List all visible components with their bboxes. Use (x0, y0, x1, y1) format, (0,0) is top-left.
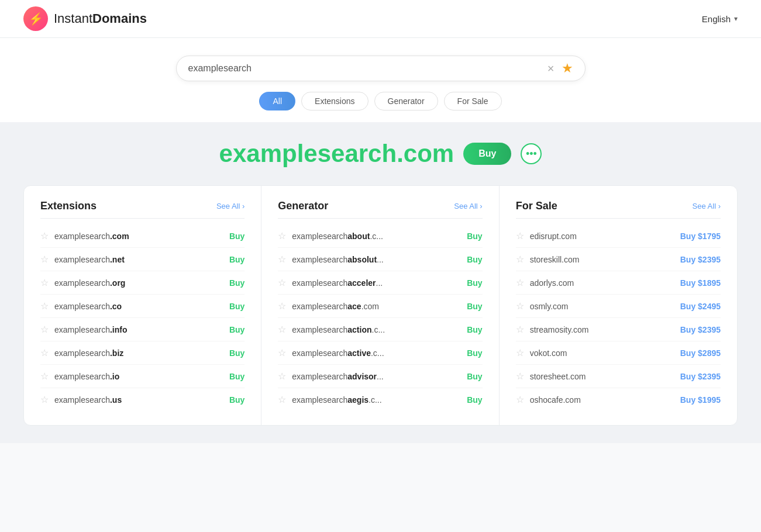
favorite-star-icon[interactable]: ☆ (278, 394, 286, 405)
favorite-star-icon[interactable]: ☆ (40, 394, 49, 405)
extensions-see-all[interactable]: See All › (216, 202, 245, 210)
list-item: ☆ examplesearch.us Buy (40, 388, 245, 411)
favorite-star-icon[interactable]: ☆ (516, 300, 524, 312)
buy-price-link[interactable]: Buy $1795 (680, 232, 721, 241)
domain-label: examplesearchacceler... (292, 278, 467, 288)
list-item: ☆ oshocafe.com Buy $1995 (516, 388, 721, 411)
buy-price-link[interactable]: Buy $2495 (680, 302, 721, 311)
star-icon[interactable]: ★ (562, 61, 573, 76)
list-item: ☆ adorlys.com Buy $1895 (516, 271, 721, 295)
favorite-star-icon[interactable]: ☆ (40, 300, 49, 312)
favorite-star-icon[interactable]: ☆ (278, 371, 286, 382)
favorite-star-icon[interactable]: ☆ (516, 394, 524, 405)
more-options-button[interactable]: ••• (521, 143, 542, 164)
buy-link[interactable]: Buy (229, 278, 245, 288)
favorite-star-icon[interactable]: ☆ (40, 324, 49, 335)
buy-price-link[interactable]: Buy $1995 (680, 395, 721, 405)
domain-label: examplesearchactive.c... (292, 348, 467, 358)
list-item: ☆ examplesearch.io Buy (40, 365, 245, 388)
list-item: ☆ examplesearchabsolut... Buy (278, 248, 482, 271)
favorite-star-icon[interactable]: ☆ (516, 324, 524, 335)
for-sale-see-all[interactable]: See All › (693, 202, 721, 210)
for-sale-title: For Sale (516, 200, 557, 212)
favorite-star-icon[interactable]: ☆ (40, 230, 49, 241)
favorite-star-icon[interactable]: ☆ (40, 347, 49, 358)
favorite-star-icon[interactable]: ☆ (278, 277, 286, 288)
domain-label: examplesearch.io (54, 372, 229, 381)
list-item: ☆ storeskill.com Buy $2395 (516, 248, 721, 271)
list-item: ☆ vokot.com Buy $2895 (516, 341, 721, 365)
columns-grid: Extensions See All › ☆ examplesearch.com… (23, 185, 738, 426)
domain-label: examplesearch.info (54, 325, 229, 334)
generator-see-all[interactable]: See All › (454, 202, 482, 210)
generator-divider (278, 218, 482, 219)
domain-label: examplesearch.org (54, 278, 229, 288)
buy-link[interactable]: Buy (467, 302, 482, 311)
filter-tab-generator[interactable]: Generator (374, 92, 438, 110)
domain-label: examplesearchabsolut... (292, 255, 467, 264)
buy-link[interactable]: Buy (467, 372, 482, 381)
filter-tab-for-sale[interactable]: For Sale (444, 92, 502, 110)
favorite-star-icon[interactable]: ☆ (40, 371, 49, 382)
language-selector[interactable]: English ▾ (702, 14, 738, 24)
filter-tab-extensions[interactable]: Extensions (301, 92, 368, 110)
domain-label: oshocafe.com (530, 395, 680, 405)
buy-link[interactable]: Buy (467, 395, 482, 405)
filter-tab-all[interactable]: All (259, 92, 295, 110)
buy-link[interactable]: Buy (229, 348, 245, 358)
buy-price-link[interactable]: Buy $2395 (680, 255, 721, 264)
generator-header: Generator See All › (278, 200, 482, 212)
favorite-star-icon[interactable]: ☆ (278, 230, 286, 241)
buy-link[interactable]: Buy (229, 232, 245, 241)
list-item: ☆ examplesearch.net Buy (40, 248, 245, 271)
favorite-star-icon[interactable]: ☆ (278, 347, 286, 358)
domain-label: streamosity.com (530, 325, 680, 334)
list-item: ☆ examplesearch.biz Buy (40, 341, 245, 365)
extensions-divider (40, 218, 245, 219)
clear-icon[interactable]: × (547, 63, 555, 74)
for-sale-list: ☆ edisrupt.com Buy $1795 ☆ storeskill.co… (516, 224, 721, 411)
buy-link[interactable]: Buy (229, 325, 245, 334)
primary-buy-button[interactable]: Buy (463, 143, 511, 165)
extensions-list: ☆ examplesearch.com Buy ☆ examplesearch.… (40, 224, 245, 411)
list-item: ☆ examplesearchadvisor... Buy (278, 365, 482, 388)
domain-label: storesheet.com (530, 372, 680, 381)
header: ⚡ InstantDomains English ▾ (0, 0, 761, 38)
search-input[interactable] (188, 63, 547, 74)
buy-price-link[interactable]: Buy $2395 (680, 372, 721, 381)
buy-link[interactable]: Buy (467, 255, 482, 264)
buy-link[interactable]: Buy (229, 302, 245, 311)
favorite-star-icon[interactable]: ☆ (40, 277, 49, 288)
buy-link[interactable]: Buy (229, 395, 245, 405)
list-item: ☆ examplesearchaegis.c... Buy (278, 388, 482, 411)
buy-link[interactable]: Buy (229, 255, 245, 264)
favorite-star-icon[interactable]: ☆ (40, 254, 49, 265)
primary-domain-name: examplesearch.com (219, 140, 454, 168)
favorite-star-icon[interactable]: ☆ (278, 324, 286, 335)
favorite-star-icon[interactable]: ☆ (516, 371, 524, 382)
buy-link[interactable]: Buy (467, 278, 482, 288)
buy-link[interactable]: Buy (467, 232, 482, 241)
favorite-star-icon[interactable]: ☆ (516, 230, 524, 241)
buy-price-link[interactable]: Buy $1895 (680, 278, 721, 288)
favorite-star-icon[interactable]: ☆ (516, 347, 524, 358)
favorite-star-icon[interactable]: ☆ (278, 254, 286, 265)
for-sale-header: For Sale See All › (516, 200, 721, 212)
domain-label: examplesearch.net (54, 255, 229, 264)
buy-link[interactable]: Buy (467, 325, 482, 334)
favorite-star-icon[interactable]: ☆ (516, 277, 524, 288)
favorite-star-icon[interactable]: ☆ (516, 254, 524, 265)
logo-text: InstantDomains (54, 11, 147, 26)
domain-label: osmly.com (530, 302, 680, 311)
domain-label: examplesearchace.com (292, 302, 467, 311)
buy-price-link[interactable]: Buy $2895 (680, 348, 721, 358)
buy-link[interactable]: Buy (229, 372, 245, 381)
buy-link[interactable]: Buy (467, 348, 482, 358)
buy-price-link[interactable]: Buy $2395 (680, 325, 721, 334)
extensions-section: Extensions See All › ☆ examplesearch.com… (24, 186, 261, 425)
domain-label: storeskill.com (530, 255, 680, 264)
list-item: ☆ examplesearchace.com Buy (278, 295, 482, 318)
generator-title: Generator (278, 200, 328, 212)
favorite-star-icon[interactable]: ☆ (278, 300, 286, 312)
list-item: ☆ examplesearchabout.c... Buy (278, 224, 482, 248)
